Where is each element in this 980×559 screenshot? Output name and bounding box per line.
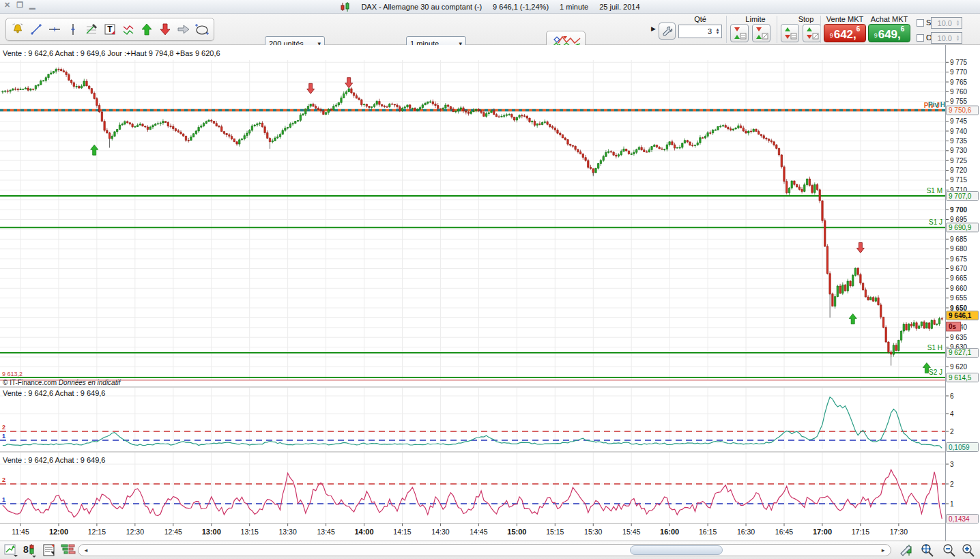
svg-text:6: 6: [950, 392, 954, 400]
o-checkbox[interactable]: [917, 34, 924, 42]
indicators-menu-icon[interactable]: [3, 543, 19, 558]
price-tick-label: 9 755: [950, 98, 967, 105]
buy-price-main: 649,: [878, 29, 901, 40]
window-title: DAX - Allemagne 30 au comptant (-) 9 646…: [340, 2, 639, 12]
price-tick-label: 9 650: [950, 304, 967, 312]
price-tick-label: 9 675: [950, 255, 967, 263]
zoom-out-icon[interactable]: [940, 543, 957, 558]
sell-market-button[interactable]: 9 642, 6: [824, 24, 866, 42]
restore-icon[interactable]: ❐: [16, 1, 23, 10]
close-icon[interactable]: ✕: [4, 1, 10, 10]
o-value: 10.0: [932, 34, 954, 42]
svg-text:1: 1: [2, 496, 5, 503]
svg-text:3: 3: [950, 461, 954, 468]
time-tick-label: 15:15: [546, 528, 564, 536]
drawing-tools-group: T: [5, 18, 214, 41]
time-tick-label: 16:45: [775, 528, 793, 536]
order-settings-button[interactable]: [659, 23, 676, 40]
wrench-icon: [661, 25, 673, 37]
text-note-icon[interactable]: T: [102, 20, 118, 39]
time-tick-label: 12:15: [88, 528, 106, 536]
time-tick-label: 13:15: [241, 528, 259, 536]
time-tick-label: 11:45: [12, 528, 29, 536]
limit-order-button-2[interactable]: [752, 24, 770, 42]
zigzag-pattern-icon[interactable]: [120, 20, 136, 39]
price-tick-label: 9 665: [950, 274, 967, 282]
price-tick-label: 9 730: [950, 147, 967, 154]
down-arrow-marker-icon[interactable]: [157, 20, 173, 39]
spin-down-icon[interactable]: ▼: [716, 31, 720, 35]
fibonacci-drawing-icon[interactable]: [83, 20, 100, 39]
qty-label: Qté: [678, 15, 722, 23]
price-tick-label: 9 685: [950, 235, 967, 243]
trend-line-icon[interactable]: [28, 20, 44, 39]
chart-settings-icon[interactable]: [898, 543, 914, 558]
price-tick-label: 9 770: [950, 68, 967, 76]
news-icon[interactable]: [41, 543, 57, 558]
time-tick-label: 13:30: [279, 528, 297, 536]
market-depth-icon[interactable]: [60, 543, 76, 558]
time-tick-label: 14:00: [354, 528, 373, 536]
up-arrow-marker-icon[interactable]: [139, 20, 155, 39]
svg-text:1: 1: [950, 500, 954, 508]
quantity-stepper[interactable]: 3 ▲▼: [678, 25, 722, 38]
svg-text:2: 2: [2, 424, 5, 431]
svg-text:1: 1: [2, 433, 5, 440]
alarm-bell-icon[interactable]: [10, 20, 26, 39]
price-tick-label: 9 765: [950, 78, 967, 86]
vertical-line-icon[interactable]: [65, 20, 81, 39]
price-tick-label: 9 715: [950, 176, 967, 184]
indicator2-quote-line: Vente : 9 642,6 Achat : 9 649,6: [3, 456, 105, 464]
zoom-fit-icon[interactable]: [919, 543, 935, 558]
svg-text:S2 J: S2 J: [929, 369, 942, 376]
price-style-menu-icon[interactable]: 8: [20, 543, 37, 558]
o-value-stepper[interactable]: 10.0 ▲▼: [931, 32, 962, 44]
svg-text:2: 2: [950, 428, 954, 435]
minimize-icon[interactable]: ▁: [29, 1, 35, 10]
price-tick-label: 9 735: [950, 137, 967, 145]
spin-down-icon: ▼: [956, 23, 960, 27]
s-checkbox[interactable]: [917, 19, 924, 27]
ellipse-drawing-icon[interactable]: [194, 20, 210, 39]
chart-background: [0, 45, 980, 541]
date-label: 25 juil. 2014: [599, 3, 639, 11]
scroll-left-icon[interactable]: ◂: [81, 545, 91, 555]
axis-value-box: 0,1059: [949, 444, 970, 451]
horizontal-scrollbar[interactable]: ◂ ▸: [78, 544, 891, 556]
price-tick-label: 9 775: [950, 59, 967, 66]
right-arrow-marker-icon[interactable]: [175, 20, 192, 39]
copyright: © IT-Finance.com Données en indicatif: [3, 379, 121, 386]
time-tick-label: 14:30: [431, 528, 449, 536]
limit-order-button-1[interactable]: [730, 24, 749, 42]
time-tick-label: 17:00: [813, 528, 832, 536]
buy-market-button[interactable]: 9 649, 6: [868, 24, 910, 42]
horizontal-line-icon[interactable]: [46, 20, 63, 39]
price-tick-label: 9 620: [950, 363, 967, 371]
stop-order-button-2[interactable]: [803, 24, 821, 42]
trading-panel: ▶ Qté 3 ▲▼ Limite Stop Vente MKT 9 642,: [650, 14, 980, 45]
scrollbar-thumb[interactable]: [630, 545, 723, 555]
stop-order-button-1[interactable]: [781, 24, 799, 42]
chart-region[interactable]: Piv JPiv HS1 MS1 JS1 HS2 J9 613,22121Ven…: [0, 45, 980, 541]
s-value-stepper[interactable]: 10.0 ▲▼: [931, 17, 962, 29]
sell-price-main: 642,: [834, 29, 856, 40]
price-axis[interactable]: 9 6209 6309 6359 6409 6509 6559 6609 665…: [946, 45, 980, 541]
limit-label: Limite: [729, 15, 782, 23]
svg-text:T: T: [107, 25, 113, 34]
collapse-panel-icon[interactable]: ▶: [651, 25, 656, 32]
candlestick-icon: [340, 2, 350, 12]
charts-svg[interactable]: Piv JPiv HS1 MS1 JS1 HS2 J9 613,22121Ven…: [0, 45, 980, 541]
window-controls: ✕ ❐ ▁: [4, 1, 35, 10]
time-tick-label: 12:00: [49, 528, 68, 536]
time-tick-label: 14:45: [470, 528, 487, 536]
separator: [820, 16, 821, 43]
svg-text:9 613,2: 9 613,2: [2, 371, 23, 377]
zoom-in-icon[interactable]: [960, 543, 976, 558]
price-tick-label: 9 740: [950, 128, 967, 135]
s-value: 10.0: [932, 19, 954, 27]
scroll-right-icon[interactable]: ▸: [878, 545, 889, 555]
buy-price-decimal: 6: [901, 25, 905, 33]
sell-mkt-label: Vente MKT: [822, 15, 867, 23]
time-tick-label: 17:15: [852, 528, 869, 536]
titlebar: ✕ ❐ ▁ DAX - Allemagne 30 au comptant (-)…: [0, 0, 980, 14]
